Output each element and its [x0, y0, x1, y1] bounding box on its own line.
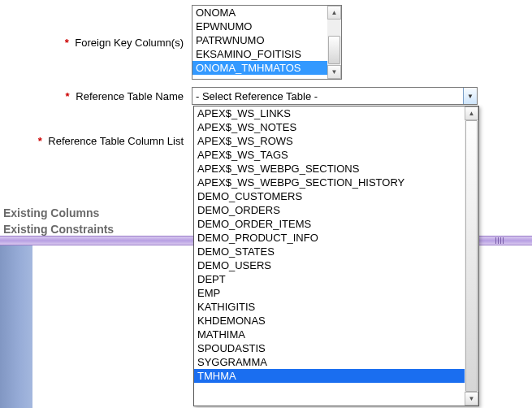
reference-table-dropdown[interactable]: APEX$_WS_LINKS APEX$_WS_NOTES APEX$_WS_R… — [193, 106, 479, 406]
scroll-up-icon[interactable]: ▲ — [465, 106, 478, 120]
dropdown-item[interactable]: KHDEMONAS — [194, 314, 465, 328]
dropdown-item[interactable]: DEMO_CUSTOMERS — [194, 189, 465, 203]
dropdown-item[interactable]: APEX$_WS_LINKS — [194, 106, 465, 120]
reference-table-name-label: * Reference Table Name — [6, 90, 192, 102]
dropdown-item[interactable]: DEMO_STATES — [194, 245, 465, 258]
dropdown-item[interactable]: DEPT — [194, 272, 465, 286]
reference-table-name-label-text: Reference Table Name — [76, 90, 184, 102]
list-item[interactable]: ONOMA — [192, 6, 327, 20]
dropdown-item[interactable]: EMP — [194, 286, 465, 300]
dropdown-item[interactable]: APEX$_WS_WEBPG_SECTIONS — [194, 162, 465, 176]
reference-table-dropdown-list[interactable]: APEX$_WS_LINKS APEX$_WS_NOTES APEX$_WS_R… — [194, 106, 465, 406]
scroll-thumb[interactable] — [465, 120, 478, 392]
dropdown-item[interactable]: SYGGRAMMA — [194, 355, 465, 369]
existing-columns-heading: Existing Columns — [3, 205, 114, 221]
scroll-thumb[interactable] — [328, 36, 340, 64]
dropdown-item[interactable]: DEMO_ORDER_ITEMS — [194, 217, 465, 231]
foreign-key-columns-listbox[interactable]: ONOMA EPWNUMO PATRWNUMO EKSAMINO_FOITISI… — [192, 5, 342, 80]
dropdown-item[interactable]: APEX$_WS_ROWS — [194, 134, 465, 148]
dropdown-item[interactable]: DEMO_PRODUCT_INFO — [194, 231, 465, 245]
dropdown-item[interactable]: APEX$_WS_TAGS — [194, 148, 465, 162]
list-item[interactable]: EPWNUMO — [192, 20, 327, 33]
required-star-icon: * — [66, 90, 70, 102]
listbox-scrollbar[interactable]: ▲ ▼ — [327, 6, 341, 79]
scroll-track[interactable] — [327, 20, 341, 65]
lower-section-headings: Existing Columns Existing Constraints — [3, 205, 114, 237]
existing-constraints-heading: Existing Constraints — [3, 221, 114, 237]
scroll-down-icon[interactable]: ▼ — [327, 65, 341, 79]
foreign-key-columns-list[interactable]: ONOMA EPWNUMO PATRWNUMO EKSAMINO_FOITISI… — [192, 6, 327, 79]
list-item[interactable]: PATRWNUMO — [192, 33, 327, 47]
reference-table-select-value: - Select Reference Table - — [196, 90, 318, 102]
list-item[interactable]: ONOMA_TMHMATOS — [192, 61, 327, 75]
chevron-down-icon[interactable]: ▼ — [463, 88, 477, 104]
dropdown-scrollbar[interactable]: ▲ ▼ — [465, 106, 478, 406]
required-star-icon: * — [65, 37, 69, 49]
reference-table-column-list-label-text: Reference Table Column List — [48, 135, 184, 147]
foreign-key-columns-label: * Foreign Key Column(s) — [6, 37, 192, 49]
dropdown-item[interactable]: DEMO_ORDERS — [194, 203, 465, 217]
dropdown-item[interactable]: KATHIGITIS — [194, 300, 465, 314]
divider-grip-icon — [495, 237, 520, 245]
reference-table-column-list-label: * Reference Table Column List — [6, 135, 192, 147]
foreign-key-columns-label-text: Foreign Key Column(s) — [75, 37, 184, 49]
dropdown-item[interactable]: TMHMA — [194, 369, 465, 383]
left-panel-fade — [0, 245, 32, 408]
scroll-down-icon[interactable]: ▼ — [465, 392, 478, 406]
dropdown-item[interactable]: SPOUDASTIS — [194, 341, 465, 355]
dropdown-item[interactable]: APEX$_WS_NOTES — [194, 120, 465, 134]
dropdown-item[interactable]: APEX$_WS_WEBPG_SECTION_HISTORY — [194, 176, 465, 189]
dropdown-item[interactable]: MATHIMA — [194, 328, 465, 341]
scroll-up-icon[interactable]: ▲ — [327, 6, 341, 20]
required-star-icon: * — [38, 135, 42, 147]
list-item[interactable]: EKSAMINO_FOITISIS — [192, 47, 327, 61]
scroll-track[interactable] — [465, 120, 478, 392]
dropdown-item[interactable]: DEMO_USERS — [194, 258, 465, 272]
reference-table-select[interactable]: - Select Reference Table - ▼ — [192, 87, 478, 105]
